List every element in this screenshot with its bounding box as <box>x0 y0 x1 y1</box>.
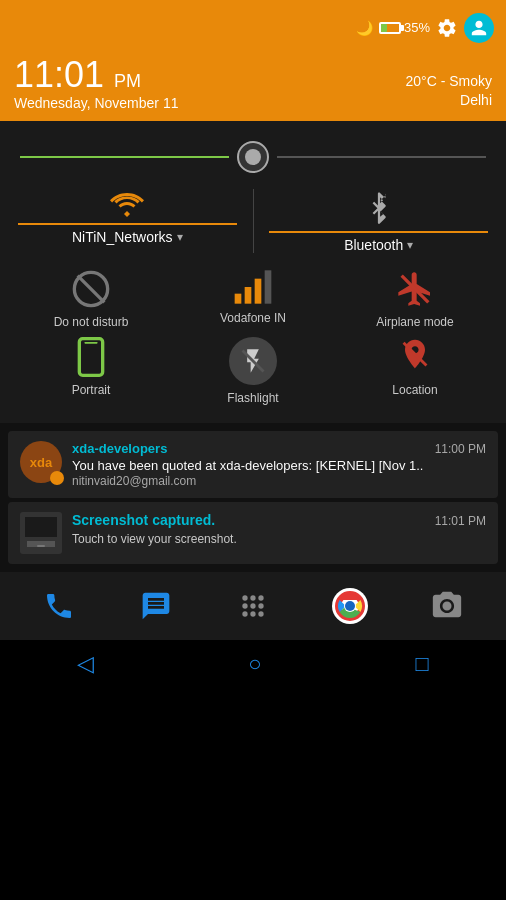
time-ampm: PM <box>114 71 141 91</box>
wifi-label: NiTiN_Networks <box>72 229 173 245</box>
airplane-toggle[interactable]: Airplane mode <box>342 269 488 329</box>
home-button[interactable]: ○ <box>248 651 261 677</box>
quick-settings-panel: NiTiN_Networks ▾ Bluetooth ▾ Do not dist… <box>0 121 506 423</box>
envelope-icon <box>52 474 62 482</box>
dock-messages[interactable] <box>134 584 178 628</box>
dnd-toggle[interactable]: Do not disturb <box>18 269 164 329</box>
svg-rect-12 <box>25 517 57 537</box>
status-bar: 🌙 35% <box>0 0 506 55</box>
portrait-icon <box>73 337 109 377</box>
svg-line-1 <box>78 276 105 303</box>
gear-icon[interactable] <box>436 17 458 39</box>
brightness-knob-inner <box>245 149 261 165</box>
xda-notif-time: 11:00 PM <box>435 442 486 456</box>
svg-point-20 <box>258 603 263 608</box>
signal-icon <box>233 269 273 305</box>
svg-rect-2 <box>235 294 242 304</box>
notifications-panel: xda xda-developers 11:00 PM You have bee… <box>0 423 506 572</box>
dock-chrome[interactable] <box>328 584 372 628</box>
xda-app-name: xda-developers <box>72 441 167 456</box>
wifi-icon <box>109 189 145 217</box>
toggle-row-1: Do not disturb Vodafone IN Airplane mode <box>10 269 496 329</box>
location-icon <box>397 337 433 377</box>
screenshot-notif-header: Screenshot captured. 11:01 PM <box>72 512 486 530</box>
svg-rect-3 <box>245 287 252 304</box>
portrait-toggle[interactable]: Portrait <box>18 337 164 405</box>
divider-vertical <box>253 189 254 253</box>
dock-app-drawer[interactable] <box>231 584 275 628</box>
screenshot-notif-time: 11:01 PM <box>435 514 486 528</box>
bt-label-row: Bluetooth ▾ <box>269 231 488 253</box>
signal-toggle[interactable]: Vodafone IN <box>180 269 326 329</box>
svg-point-21 <box>242 611 247 616</box>
brightness-knob[interactable] <box>237 141 269 173</box>
wifi-toggle[interactable]: NiTiN_Networks ▾ <box>18 189 237 253</box>
dock-phone[interactable] <box>37 584 81 628</box>
dock-camera[interactable] <box>425 584 469 628</box>
time-value: 11:01 <box>14 54 104 95</box>
dnd-label: Do not disturb <box>54 315 129 329</box>
battery-indicator: 35% <box>379 20 430 35</box>
xda-notif-content: xda-developers 11:00 PM You have been qu… <box>72 441 486 488</box>
bt-chevron-icon[interactable]: ▾ <box>407 238 413 252</box>
airplane-label: Airplane mode <box>376 315 453 329</box>
navigation-bar: ◁ ○ □ <box>0 640 506 688</box>
svg-point-23 <box>258 611 263 616</box>
weather-location: Delhi <box>405 91 492 111</box>
back-button[interactable]: ◁ <box>77 651 94 677</box>
screenshot-title: Screenshot captured. <box>72 512 215 528</box>
location-label: Location <box>392 383 437 397</box>
weather-display: 20°C - Smoky Delhi <box>405 72 492 111</box>
app-dock <box>0 572 506 640</box>
svg-point-22 <box>250 611 255 616</box>
svg-point-15 <box>242 595 247 600</box>
dnd-icon <box>71 269 111 309</box>
signal-label: Vodafone IN <box>220 311 286 325</box>
screenshot-notif-content: Screenshot captured. 11:01 PM Touch to v… <box>72 512 486 546</box>
notif-badge <box>50 471 64 485</box>
svg-rect-4 <box>255 279 262 304</box>
weather-temp: 20°C - Smoky <box>405 72 492 92</box>
bluetooth-toggle[interactable]: Bluetooth ▾ <box>269 189 488 253</box>
svg-point-27 <box>345 601 355 611</box>
notif-xda[interactable]: xda xda-developers 11:00 PM You have bee… <box>8 431 498 498</box>
date-display: Wednesday, November 11 <box>14 95 178 111</box>
flashlight-toggle[interactable]: Flashlight <box>180 337 326 405</box>
moon-icon: 🌙 <box>356 20 373 36</box>
svg-point-19 <box>250 603 255 608</box>
user-avatar[interactable] <box>464 13 494 43</box>
xda-app-icon: xda <box>20 441 62 483</box>
time-display: 11:01 PM <box>14 57 178 93</box>
screenshot-desc: Touch to view your screenshot. <box>72 532 486 546</box>
svg-rect-7 <box>79 339 102 376</box>
brightness-filled <box>20 156 229 158</box>
flashlight-circle <box>229 337 277 385</box>
svg-rect-5 <box>265 270 272 303</box>
datetime-left: 11:01 PM Wednesday, November 11 <box>14 57 178 111</box>
connectivity-row: NiTiN_Networks ▾ Bluetooth ▾ <box>10 189 496 253</box>
svg-point-16 <box>250 595 255 600</box>
brightness-empty <box>277 156 486 158</box>
wifi-label-row: NiTiN_Networks ▾ <box>18 223 237 245</box>
svg-rect-14 <box>37 545 45 547</box>
brightness-slider[interactable] <box>10 137 496 189</box>
svg-point-18 <box>242 603 247 608</box>
xda-notif-header: xda-developers 11:00 PM <box>72 441 486 456</box>
xda-notif-sub: nitinvaid20@gmail.com <box>72 474 486 488</box>
wifi-chevron-icon[interactable]: ▾ <box>177 230 183 244</box>
portrait-label: Portrait <box>72 383 111 397</box>
toggle-row-2: Portrait Flashlight Location <box>10 337 496 405</box>
flashlight-label: Flashlight <box>227 391 278 405</box>
screenshot-thumb <box>20 512 62 554</box>
recents-button[interactable]: □ <box>416 651 429 677</box>
flashlight-icon <box>239 347 267 375</box>
airplane-icon <box>395 269 435 309</box>
battery-shape <box>379 22 401 34</box>
location-toggle[interactable]: Location <box>342 337 488 405</box>
status-icons: 🌙 35% <box>356 13 494 43</box>
bluetooth-icon <box>365 189 393 225</box>
battery-percent: 35% <box>404 20 430 35</box>
datetime-bar: 11:01 PM Wednesday, November 11 20°C - S… <box>0 55 506 121</box>
notif-screenshot[interactable]: Screenshot captured. 11:01 PM Touch to v… <box>8 502 498 564</box>
xda-notif-title: You have been quoted at xda-developers: … <box>72 458 486 473</box>
